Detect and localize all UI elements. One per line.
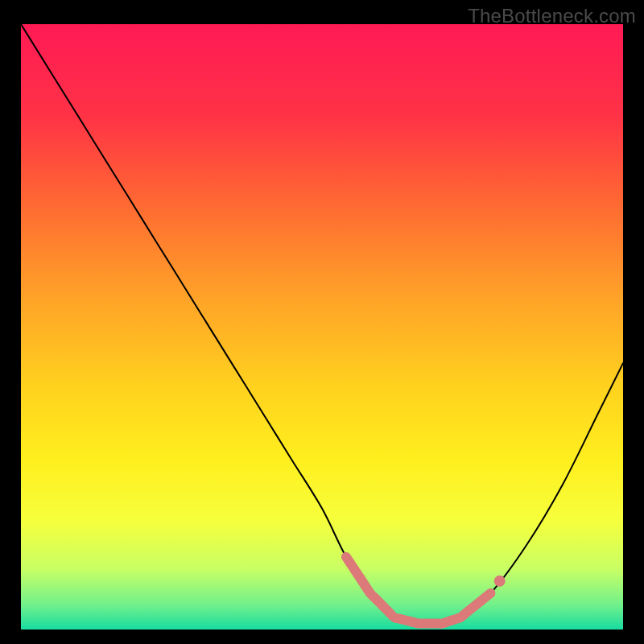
- chart-svg: [21, 24, 623, 630]
- chart-frame: TheBottleneck.com: [0, 0, 644, 644]
- plot-area: [21, 24, 623, 630]
- watermark-text: TheBottleneck.com: [468, 5, 636, 27]
- optimal-range-end-dot: [494, 576, 506, 587]
- gradient-rect: [21, 24, 623, 630]
